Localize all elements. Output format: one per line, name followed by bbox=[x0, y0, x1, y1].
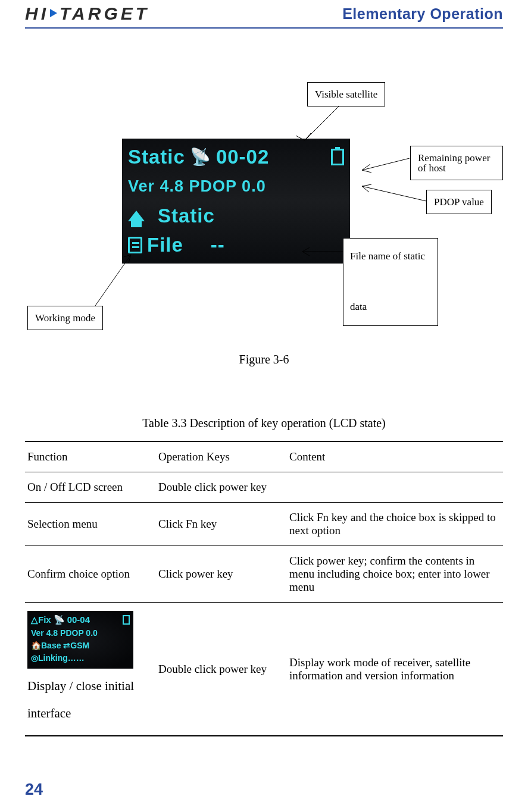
svg-line-4 bbox=[362, 164, 370, 170]
cell-keys: Click power key bbox=[156, 546, 287, 603]
mini-battery-icon bbox=[123, 615, 130, 625]
cell-function: △Fix📡00-04 Ver 4.8 PDOP 0.0 🏠Base ⇄GSM ◎… bbox=[25, 603, 156, 736]
brand-left: HI bbox=[25, 4, 49, 23]
table-row: △Fix📡00-04 Ver 4.8 PDOP 0.0 🏠Base ⇄GSM ◎… bbox=[25, 603, 503, 736]
lcd-ver-pdop: Ver 4.8 PDOP 0.0 bbox=[128, 177, 266, 196]
lcd-file-value: -- bbox=[211, 234, 225, 256]
th-function: Function bbox=[25, 441, 156, 472]
file-icon bbox=[128, 237, 142, 253]
mini-ver: Ver 4.8 PDOP 0.0 bbox=[31, 627, 130, 639]
svg-line-8 bbox=[362, 186, 369, 192]
mini-fix: △Fix bbox=[31, 613, 51, 627]
svg-line-7 bbox=[362, 184, 371, 186]
figure-caption: Figure 3-6 bbox=[25, 353, 503, 366]
th-keys: Operation Keys bbox=[156, 441, 287, 472]
operation-table: Function Operation Keys Content On / Off… bbox=[25, 441, 503, 736]
cell-content bbox=[287, 472, 503, 503]
cell-function: On / Off LCD screen bbox=[25, 472, 156, 503]
cell-keys: Double click power key bbox=[156, 603, 287, 736]
brand-logo: HITARGET bbox=[25, 4, 149, 24]
table-row: On / Off LCD screen Double click power k… bbox=[25, 472, 503, 503]
cell-function: Confirm choice option bbox=[25, 546, 156, 603]
home-icon bbox=[128, 211, 145, 221]
svg-line-0 bbox=[305, 105, 340, 140]
satellite-icon: 📡 bbox=[190, 147, 211, 167]
lcd-mode: Static bbox=[128, 146, 185, 168]
triangle-icon bbox=[50, 9, 57, 17]
svg-line-5 bbox=[362, 170, 371, 173]
mini-base: 🏠Base ⇄GSM bbox=[31, 639, 130, 652]
callout-remaining-power: Remaining power of host bbox=[410, 146, 503, 180]
cell-content: Display work mode of receiver, satellite… bbox=[287, 603, 503, 736]
callout-pdop: PDOP value bbox=[426, 190, 492, 214]
diagram: Visible satellite Remaining power of hos… bbox=[25, 58, 503, 368]
mini-sat-icon: 📡 bbox=[54, 613, 65, 627]
lcd-mode2: Static bbox=[158, 205, 215, 227]
lcd-file-label: File bbox=[147, 234, 183, 256]
mini-sat: 00-04 bbox=[67, 613, 90, 627]
callout-working-mode: Working mode bbox=[27, 306, 103, 330]
page-number: 24 bbox=[25, 780, 43, 799]
table-header-row: Function Operation Keys Content bbox=[25, 441, 503, 472]
mini-lcd: △Fix📡00-04 Ver 4.8 PDOP 0.0 🏠Base ⇄GSM ◎… bbox=[27, 611, 133, 669]
section-title: Elementary Operation bbox=[342, 5, 503, 23]
lcd-sat-count: 00-02 bbox=[216, 146, 269, 168]
th-content: Content bbox=[287, 441, 503, 472]
cell-function-label: Display / close initial interface bbox=[27, 672, 150, 727]
cell-keys: Click Fn key bbox=[156, 503, 287, 546]
table-row: Confirm choice option Click power key Cl… bbox=[25, 546, 503, 603]
battery-icon bbox=[331, 149, 344, 165]
mini-link: ◎Linking…… bbox=[31, 652, 130, 664]
table-row: Selection menu Click Fn key Click Fn key… bbox=[25, 503, 503, 546]
svg-line-3 bbox=[362, 158, 410, 170]
brand-right: TARGET bbox=[60, 4, 149, 23]
svg-line-6 bbox=[362, 186, 426, 201]
cell-function: Selection menu bbox=[25, 503, 156, 546]
callout-visible-satellite: Visible satellite bbox=[307, 82, 385, 106]
lcd-main: Static 📡 00-02 Ver 4.8 PDOP 0.0 Static F… bbox=[122, 139, 350, 264]
page-header: HITARGET Elementary Operation bbox=[25, 0, 503, 29]
callout-file-name: File name of static data bbox=[343, 238, 438, 326]
cell-content: Click Fn key and the choice box is skipp… bbox=[287, 503, 503, 546]
cell-keys: Double click power key bbox=[156, 472, 287, 503]
table-caption: Table 3.3 Description of key operation (… bbox=[25, 416, 503, 430]
cell-content: Click power key; confirm the contents in… bbox=[287, 546, 503, 603]
